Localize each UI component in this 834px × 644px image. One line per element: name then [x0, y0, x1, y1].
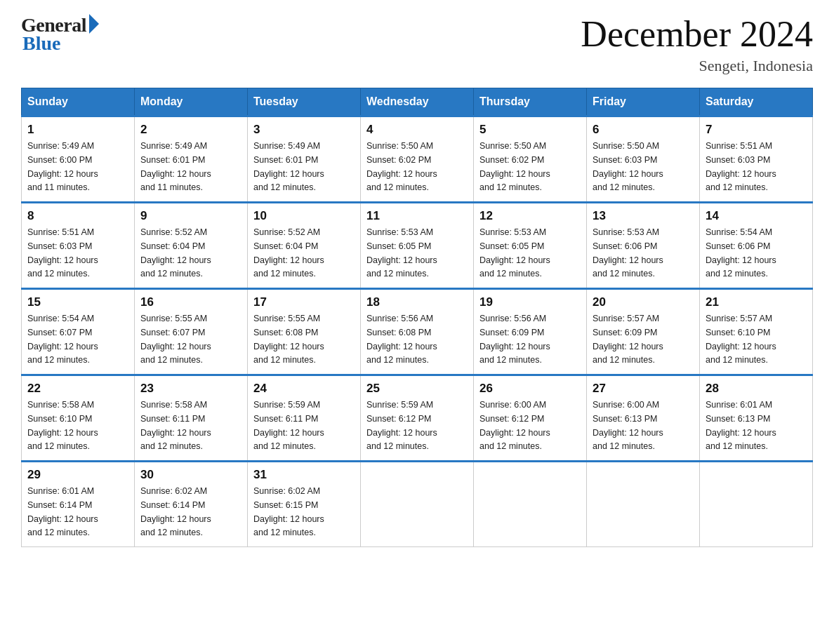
- day-info: Sunrise: 6:02 AMSunset: 6:14 PMDaylight:…: [140, 486, 211, 537]
- day-number: 14: [706, 209, 807, 223]
- location-label: Sengeti, Indonesia: [581, 57, 813, 75]
- day-number: 8: [27, 209, 128, 223]
- calendar-table: SundayMondayTuesdayWednesdayThursdayFrid…: [21, 88, 813, 547]
- day-number: 15: [27, 295, 128, 309]
- calendar-cell: 21 Sunrise: 5:57 AMSunset: 6:10 PMDaylig…: [700, 289, 813, 375]
- calendar-cell: 18 Sunrise: 5:56 AMSunset: 6:08 PMDaylig…: [361, 289, 474, 375]
- day-info: Sunrise: 5:58 AMSunset: 6:11 PMDaylight:…: [140, 400, 211, 451]
- day-info: Sunrise: 5:53 AMSunset: 6:05 PMDaylight:…: [366, 227, 437, 279]
- logo-blue-text: Blue: [22, 32, 60, 55]
- day-number: 19: [479, 295, 581, 309]
- calendar-header-tuesday: Tuesday: [248, 88, 361, 116]
- day-info: Sunrise: 5:49 AMSunset: 6:01 PMDaylight:…: [253, 141, 324, 192]
- day-number: 29: [27, 468, 128, 482]
- calendar-cell: [474, 462, 587, 547]
- day-info: Sunrise: 5:53 AMSunset: 6:05 PMDaylight:…: [479, 227, 550, 279]
- day-number: 18: [366, 295, 468, 309]
- calendar-week-row: 8 Sunrise: 5:51 AMSunset: 6:03 PMDayligh…: [22, 203, 813, 289]
- day-number: 6: [593, 123, 694, 137]
- day-number: 9: [140, 209, 241, 223]
- day-number: 21: [706, 295, 807, 309]
- calendar-header-thursday: Thursday: [474, 88, 587, 116]
- calendar-week-row: 15 Sunrise: 5:54 AMSunset: 6:07 PMDaylig…: [22, 289, 813, 375]
- day-number: 11: [366, 209, 468, 223]
- day-number: 3: [253, 123, 355, 137]
- calendar-cell: 17 Sunrise: 5:55 AMSunset: 6:08 PMDaylig…: [248, 289, 361, 375]
- month-title: December 2024: [581, 14, 813, 54]
- day-info: Sunrise: 5:59 AMSunset: 6:11 PMDaylight:…: [253, 400, 324, 451]
- calendar-cell: 20 Sunrise: 5:57 AMSunset: 6:09 PMDaylig…: [587, 289, 700, 375]
- day-number: 4: [366, 123, 468, 137]
- calendar-header-wednesday: Wednesday: [361, 88, 474, 116]
- day-number: 12: [479, 209, 581, 223]
- day-info: Sunrise: 5:50 AMSunset: 6:02 PMDaylight:…: [479, 141, 550, 192]
- day-info: Sunrise: 5:58 AMSunset: 6:10 PMDaylight:…: [27, 400, 98, 451]
- calendar-cell: 2 Sunrise: 5:49 AMSunset: 6:01 PMDayligh…: [135, 116, 248, 203]
- calendar-week-row: 29 Sunrise: 6:01 AMSunset: 6:14 PMDaylig…: [22, 462, 813, 547]
- calendar-cell: 22 Sunrise: 5:58 AMSunset: 6:10 PMDaylig…: [22, 375, 135, 462]
- calendar-week-row: 1 Sunrise: 5:49 AMSunset: 6:00 PMDayligh…: [22, 116, 813, 203]
- calendar-cell: 26 Sunrise: 6:00 AMSunset: 6:12 PMDaylig…: [474, 375, 587, 462]
- calendar-cell: 28 Sunrise: 6:01 AMSunset: 6:13 PMDaylig…: [700, 375, 813, 462]
- day-number: 13: [593, 209, 694, 223]
- calendar-header-saturday: Saturday: [700, 88, 813, 116]
- calendar-cell: 31 Sunrise: 6:02 AMSunset: 6:15 PMDaylig…: [248, 462, 361, 547]
- day-info: Sunrise: 5:54 AMSunset: 6:07 PMDaylight:…: [27, 314, 98, 365]
- day-info: Sunrise: 5:51 AMSunset: 6:03 PMDaylight:…: [27, 227, 98, 279]
- calendar-cell: 6 Sunrise: 5:50 AMSunset: 6:03 PMDayligh…: [587, 116, 700, 203]
- day-info: Sunrise: 5:51 AMSunset: 6:03 PMDaylight:…: [706, 141, 776, 192]
- calendar-cell: 16 Sunrise: 5:55 AMSunset: 6:07 PMDaylig…: [135, 289, 248, 375]
- calendar-cell: 9 Sunrise: 5:52 AMSunset: 6:04 PMDayligh…: [135, 203, 248, 289]
- day-info: Sunrise: 6:01 AMSunset: 6:14 PMDaylight:…: [27, 486, 98, 537]
- day-info: Sunrise: 5:57 AMSunset: 6:10 PMDaylight:…: [706, 314, 776, 365]
- day-info: Sunrise: 5:55 AMSunset: 6:07 PMDaylight:…: [140, 314, 211, 365]
- day-info: Sunrise: 5:49 AMSunset: 6:00 PMDaylight:…: [27, 141, 98, 192]
- calendar-cell: 15 Sunrise: 5:54 AMSunset: 6:07 PMDaylig…: [22, 289, 135, 375]
- day-info: Sunrise: 5:50 AMSunset: 6:03 PMDaylight:…: [593, 141, 663, 192]
- day-info: Sunrise: 5:49 AMSunset: 6:01 PMDaylight:…: [140, 141, 211, 192]
- calendar-header-monday: Monday: [135, 88, 248, 116]
- day-number: 28: [706, 382, 807, 396]
- calendar-header-sunday: Sunday: [22, 88, 135, 116]
- calendar-cell: 29 Sunrise: 6:01 AMSunset: 6:14 PMDaylig…: [22, 462, 135, 547]
- day-number: 17: [253, 295, 355, 309]
- day-info: Sunrise: 5:52 AMSunset: 6:04 PMDaylight:…: [253, 227, 324, 279]
- calendar-cell: 24 Sunrise: 5:59 AMSunset: 6:11 PMDaylig…: [248, 375, 361, 462]
- calendar-cell: 27 Sunrise: 6:00 AMSunset: 6:13 PMDaylig…: [587, 375, 700, 462]
- calendar-cell: 10 Sunrise: 5:52 AMSunset: 6:04 PMDaylig…: [248, 203, 361, 289]
- day-number: 1: [27, 123, 128, 137]
- day-number: 5: [479, 123, 581, 137]
- calendar-cell: 23 Sunrise: 5:58 AMSunset: 6:11 PMDaylig…: [135, 375, 248, 462]
- day-info: Sunrise: 5:59 AMSunset: 6:12 PMDaylight:…: [366, 400, 437, 451]
- calendar-header-friday: Friday: [587, 88, 700, 116]
- day-number: 25: [366, 382, 468, 396]
- day-number: 27: [593, 382, 694, 396]
- calendar-cell: 14 Sunrise: 5:54 AMSunset: 6:06 PMDaylig…: [700, 203, 813, 289]
- logo: General Blue: [21, 14, 99, 55]
- day-number: 31: [253, 468, 355, 482]
- logo-triangle-icon: [89, 14, 99, 34]
- calendar-cell: 3 Sunrise: 5:49 AMSunset: 6:01 PMDayligh…: [248, 116, 361, 203]
- day-number: 26: [479, 382, 581, 396]
- calendar-header-row: SundayMondayTuesdayWednesdayThursdayFrid…: [22, 88, 813, 116]
- day-number: 2: [140, 123, 241, 137]
- day-info: Sunrise: 5:52 AMSunset: 6:04 PMDaylight:…: [140, 227, 211, 279]
- day-info: Sunrise: 5:54 AMSunset: 6:06 PMDaylight:…: [706, 227, 776, 279]
- day-number: 30: [140, 468, 241, 482]
- calendar-cell: 7 Sunrise: 5:51 AMSunset: 6:03 PMDayligh…: [700, 116, 813, 203]
- day-info: Sunrise: 5:56 AMSunset: 6:08 PMDaylight:…: [366, 314, 437, 365]
- calendar-cell: 13 Sunrise: 5:53 AMSunset: 6:06 PMDaylig…: [587, 203, 700, 289]
- calendar-cell: 12 Sunrise: 5:53 AMSunset: 6:05 PMDaylig…: [474, 203, 587, 289]
- calendar-cell: 25 Sunrise: 5:59 AMSunset: 6:12 PMDaylig…: [361, 375, 474, 462]
- calendar-cell: [361, 462, 474, 547]
- title-area: December 2024 Sengeti, Indonesia: [581, 14, 813, 75]
- calendar-week-row: 22 Sunrise: 5:58 AMSunset: 6:10 PMDaylig…: [22, 375, 813, 462]
- day-info: Sunrise: 6:01 AMSunset: 6:13 PMDaylight:…: [706, 400, 776, 451]
- calendar-cell: [587, 462, 700, 547]
- day-info: Sunrise: 5:56 AMSunset: 6:09 PMDaylight:…: [479, 314, 550, 365]
- calendar-cell: 4 Sunrise: 5:50 AMSunset: 6:02 PMDayligh…: [361, 116, 474, 203]
- calendar-cell: [700, 462, 813, 547]
- day-number: 23: [140, 382, 241, 396]
- day-info: Sunrise: 5:55 AMSunset: 6:08 PMDaylight:…: [253, 314, 324, 365]
- calendar-cell: 8 Sunrise: 5:51 AMSunset: 6:03 PMDayligh…: [22, 203, 135, 289]
